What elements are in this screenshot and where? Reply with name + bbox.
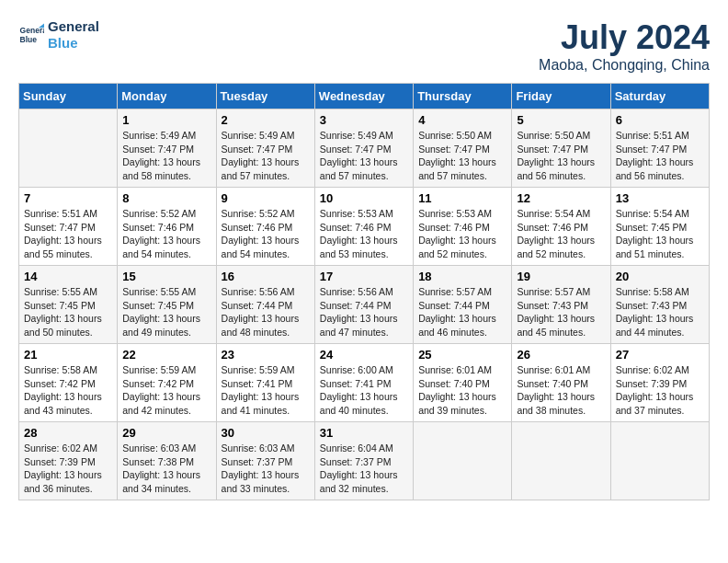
calendar-cell: 31Sunrise: 6:04 AMSunset: 7:37 PMDayligh… [314,422,413,500]
day-number: 19 [517,270,605,283]
calendar-cell [414,422,512,500]
day-info: Sunrise: 6:02 AMSunset: 7:39 PMDaylight:… [616,363,704,418]
calendar-cell: 19Sunrise: 5:57 AMSunset: 7:43 PMDayligh… [512,266,610,344]
day-number: 17 [320,270,408,283]
day-number: 28 [24,426,112,440]
calendar-table: SundayMondayTuesdayWednesdayThursdayFrid… [18,83,710,500]
day-number: 4 [418,113,506,127]
title-block: July 2024 Maoba, Chongqing, China [539,18,710,74]
day-number: 26 [517,348,605,362]
header-day-saturday: Saturday [610,84,709,109]
day-number: 31 [320,426,408,440]
day-number: 11 [418,191,506,205]
calendar-cell: 15Sunrise: 5:55 AMSunset: 7:45 PMDayligh… [118,266,216,344]
calendar-cell: 6Sunrise: 5:51 AMSunset: 7:47 PMDaylight… [610,109,709,188]
calendar-cell: 2Sunrise: 5:49 AMSunset: 7:47 PMDaylight… [216,109,314,188]
calendar-cell: 14Sunrise: 5:55 AMSunset: 7:45 PMDayligh… [19,266,118,344]
header-day-thursday: Thursday [414,84,512,109]
calendar-cell: 26Sunrise: 6:01 AMSunset: 7:40 PMDayligh… [512,344,610,422]
day-number: 22 [122,348,210,362]
day-number: 3 [320,113,408,127]
calendar-cell: 20Sunrise: 5:58 AMSunset: 7:43 PMDayligh… [610,266,709,344]
day-info: Sunrise: 5:54 AMSunset: 7:45 PMDaylight:… [616,207,704,261]
day-info: Sunrise: 5:51 AMSunset: 7:47 PMDaylight:… [24,207,112,261]
calendar-cell: 4Sunrise: 5:50 AMSunset: 7:47 PMDaylight… [414,109,512,188]
calendar-cell: 10Sunrise: 5:53 AMSunset: 7:46 PMDayligh… [314,188,413,266]
calendar-cell: 29Sunrise: 6:03 AMSunset: 7:38 PMDayligh… [118,422,216,500]
day-number: 12 [517,191,605,205]
day-info: Sunrise: 5:58 AMSunset: 7:42 PMDaylight:… [24,363,112,418]
page-header: General Blue General Blue July 2024 Maob… [18,18,710,74]
calendar-body: 1Sunrise: 5:49 AMSunset: 7:47 PMDaylight… [19,109,710,500]
day-number: 5 [517,113,605,127]
logo-icon: General Blue [18,22,44,48]
day-number: 10 [320,191,408,205]
day-number: 25 [418,348,506,362]
day-number: 18 [418,270,506,283]
calendar-cell: 8Sunrise: 5:52 AMSunset: 7:46 PMDaylight… [118,188,216,266]
calendar-cell: 25Sunrise: 6:01 AMSunset: 7:40 PMDayligh… [414,344,512,422]
day-info: Sunrise: 6:04 AMSunset: 7:37 PMDaylight:… [320,442,408,496]
header-day-wednesday: Wednesday [314,84,413,109]
header-day-friday: Friday [512,84,610,109]
calendar-cell: 9Sunrise: 5:52 AMSunset: 7:46 PMDaylight… [216,188,314,266]
logo-text-line1: General [48,18,99,35]
day-info: Sunrise: 5:49 AMSunset: 7:47 PMDaylight:… [122,129,210,183]
header-day-tuesday: Tuesday [216,84,314,109]
calendar-cell: 28Sunrise: 6:02 AMSunset: 7:39 PMDayligh… [19,422,118,500]
day-info: Sunrise: 6:02 AMSunset: 7:39 PMDaylight:… [24,442,112,496]
calendar-cell: 30Sunrise: 6:03 AMSunset: 7:37 PMDayligh… [216,422,314,500]
calendar-cell: 3Sunrise: 5:49 AMSunset: 7:47 PMDaylight… [314,109,413,188]
month-title: July 2024 [539,18,710,57]
day-number: 29 [122,426,210,440]
day-info: Sunrise: 5:53 AMSunset: 7:46 PMDaylight:… [320,207,408,261]
calendar-cell: 22Sunrise: 5:59 AMSunset: 7:42 PMDayligh… [118,344,216,422]
day-number: 9 [222,191,310,205]
day-number: 6 [616,113,704,127]
day-info: Sunrise: 5:52 AMSunset: 7:46 PMDaylight:… [222,207,310,261]
calendar-cell: 1Sunrise: 5:49 AMSunset: 7:47 PMDaylight… [118,109,216,188]
day-info: Sunrise: 5:50 AMSunset: 7:47 PMDaylight:… [517,129,605,183]
day-info: Sunrise: 5:55 AMSunset: 7:45 PMDaylight:… [24,285,112,339]
day-info: Sunrise: 6:03 AMSunset: 7:38 PMDaylight:… [122,442,210,496]
calendar-cell: 12Sunrise: 5:54 AMSunset: 7:46 PMDayligh… [512,188,610,266]
day-number: 30 [222,426,310,440]
day-number: 1 [122,113,210,127]
calendar-cell [19,109,118,188]
logo-text-line2: Blue [48,35,99,52]
day-info: Sunrise: 6:01 AMSunset: 7:40 PMDaylight:… [418,363,506,418]
day-number: 23 [222,348,310,362]
calendar-cell: 27Sunrise: 6:02 AMSunset: 7:39 PMDayligh… [610,344,709,422]
day-info: Sunrise: 6:01 AMSunset: 7:40 PMDaylight:… [517,363,605,418]
day-info: Sunrise: 5:56 AMSunset: 7:44 PMDaylight:… [222,285,310,339]
day-number: 16 [222,270,310,283]
day-info: Sunrise: 5:55 AMSunset: 7:45 PMDaylight:… [122,285,210,339]
calendar-cell [512,422,610,500]
header-day-monday: Monday [118,84,216,109]
day-info: Sunrise: 5:58 AMSunset: 7:43 PMDaylight:… [616,285,704,339]
calendar-cell: 5Sunrise: 5:50 AMSunset: 7:47 PMDaylight… [512,109,610,188]
day-info: Sunrise: 5:59 AMSunset: 7:42 PMDaylight:… [122,363,210,418]
day-info: Sunrise: 5:52 AMSunset: 7:46 PMDaylight:… [122,207,210,261]
day-info: Sunrise: 6:03 AMSunset: 7:37 PMDaylight:… [222,442,310,496]
day-number: 2 [222,113,310,127]
calendar-cell: 21Sunrise: 5:58 AMSunset: 7:42 PMDayligh… [19,344,118,422]
day-info: Sunrise: 5:51 AMSunset: 7:47 PMDaylight:… [616,129,704,183]
day-number: 8 [122,191,210,205]
logo: General Blue General Blue [18,18,99,52]
calendar-week-4: 28Sunrise: 6:02 AMSunset: 7:39 PMDayligh… [19,422,710,500]
calendar-cell: 18Sunrise: 5:57 AMSunset: 7:44 PMDayligh… [414,266,512,344]
day-number: 21 [24,348,112,362]
calendar-week-0: 1Sunrise: 5:49 AMSunset: 7:47 PMDaylight… [19,109,710,188]
calendar-cell: 16Sunrise: 5:56 AMSunset: 7:44 PMDayligh… [216,266,314,344]
day-info: Sunrise: 5:53 AMSunset: 7:46 PMDaylight:… [418,207,506,261]
location-title: Maoba, Chongqing, China [539,57,710,74]
calendar-cell: 13Sunrise: 5:54 AMSunset: 7:45 PMDayligh… [610,188,709,266]
day-info: Sunrise: 5:49 AMSunset: 7:47 PMDaylight:… [222,129,310,183]
day-info: Sunrise: 5:59 AMSunset: 7:41 PMDaylight:… [222,363,310,418]
day-number: 15 [122,270,210,283]
day-number: 27 [616,348,704,362]
day-info: Sunrise: 5:49 AMSunset: 7:47 PMDaylight:… [320,129,408,183]
calendar-week-1: 7Sunrise: 5:51 AMSunset: 7:47 PMDaylight… [19,188,710,266]
day-info: Sunrise: 5:56 AMSunset: 7:44 PMDaylight:… [320,285,408,339]
